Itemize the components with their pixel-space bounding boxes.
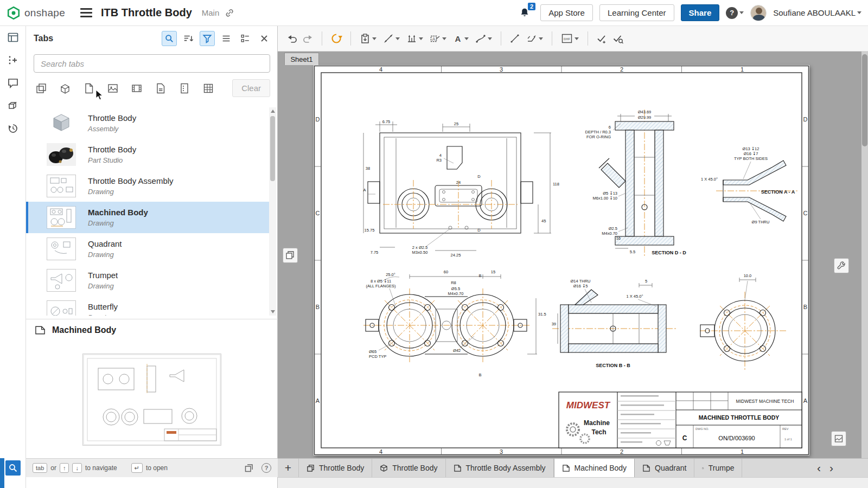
filter-drawing-button[interactable] <box>81 81 97 96</box>
scrollbar-thumb[interactable] <box>270 116 275 181</box>
tabs-prev-button[interactable]: ‹ <box>817 461 821 474</box>
doc-tab-drawing[interactable]: Throttle Body Assembly <box>446 459 554 477</box>
redo-button[interactable] <box>301 30 316 47</box>
sort-button[interactable] <box>181 31 196 46</box>
partstudio-thumbnail <box>46 142 77 167</box>
comment-icon <box>7 76 20 89</box>
sheet-properties-button[interactable] <box>831 431 846 446</box>
filter-image-button[interactable] <box>105 81 120 96</box>
filter-assembly-button[interactable] <box>34 81 49 96</box>
dimension-button[interactable] <box>380 30 403 47</box>
check-dimension-button[interactable] <box>594 30 609 47</box>
section-mark: D <box>477 228 481 233</box>
doc-tab-drawing-selected[interactable]: Machined Body <box>554 459 635 477</box>
filter-spreadsheet-button[interactable] <box>201 81 216 96</box>
drawing-toolbar: A A DXF <box>278 26 868 52</box>
tab-list-item[interactable]: Throttle Body Assembly Drawing <box>26 170 271 202</box>
section-mark: B <box>478 273 481 278</box>
tab-list-item-selected[interactable]: Machined Body Drawing <box>26 202 271 233</box>
tab-list-item[interactable]: Butterfly Drawing <box>26 296 271 316</box>
panel-help-icon[interactable]: ? <box>261 463 271 473</box>
list-view-button[interactable] <box>219 31 234 46</box>
tab-list-item[interactable]: Trumpet Drawing <box>26 265 271 296</box>
learning-center-button[interactable]: Learning Center <box>599 4 674 21</box>
zoom-tool-button[interactable] <box>5 460 21 476</box>
doc-tab-drawing[interactable]: Trumpe <box>694 459 742 477</box>
measure-button[interactable] <box>610 30 626 47</box>
panel-divider <box>26 319 278 319</box>
history-button[interactable] <box>0 117 26 140</box>
doc-tab-drawing[interactable]: Quadrant <box>635 459 694 477</box>
filter-partstudio-button[interactable] <box>58 81 73 96</box>
search-input[interactable] <box>34 54 270 73</box>
assembly-thumbnail <box>46 111 77 136</box>
tab-name: Throttle Body <box>88 113 136 123</box>
scrollbar-thumb[interactable] <box>862 54 867 146</box>
tabs-next-button[interactable]: › <box>829 461 833 474</box>
section-label: SECTION D - D <box>652 250 686 255</box>
clear-filters-button[interactable]: Clear <box>232 79 270 97</box>
zone-label: 1 <box>741 448 744 455</box>
note-button[interactable]: A <box>427 30 449 47</box>
drawing-canvas[interactable]: Sheet1 <box>278 52 868 458</box>
dim-text: 60 <box>444 269 448 274</box>
line-button[interactable] <box>507 30 522 47</box>
add-tab-button[interactable]: + <box>278 459 298 477</box>
sheet-tab[interactable]: Sheet1 <box>284 53 319 65</box>
dim-text: TYP BOTH SIDES <box>734 156 768 161</box>
detail-view-icon <box>240 33 251 44</box>
drawing-tab-icon <box>562 464 570 472</box>
text-button[interactable]: A <box>450 30 471 47</box>
dim-text: M6x1.00 ↧10 <box>593 196 617 201</box>
tab-list-item[interactable]: Quadrant Drawing <box>26 233 271 265</box>
notifications-button[interactable]: 2 <box>519 7 531 19</box>
share-button[interactable]: Share <box>681 4 720 21</box>
parts-help-button[interactable] <box>0 94 26 117</box>
history-icon <box>7 122 20 135</box>
drawing-thumbnail <box>46 205 77 230</box>
dxf-export-button[interactable]: DXF <box>558 30 582 47</box>
filter-pdf-button[interactable] <box>153 81 168 96</box>
close-panel-button[interactable] <box>257 31 272 46</box>
canvas-scrollbar[interactable] <box>861 52 868 458</box>
insert-tab-button[interactable] <box>0 49 26 72</box>
undo-button[interactable] <box>284 30 299 47</box>
zone-label: B <box>316 304 320 310</box>
filter-button[interactable] <box>200 31 215 46</box>
insert-view-button[interactable] <box>357 30 379 47</box>
dim-text: 24 <box>456 180 461 185</box>
app-store-button[interactable]: App Store <box>540 4 593 21</box>
tab-list-item[interactable]: Throttle Body Assembly <box>26 107 271 139</box>
onshape-logo[interactable]: onshape <box>7 6 72 20</box>
doc-tab-partstudio[interactable]: Throttle Body <box>372 459 445 477</box>
leader-button[interactable] <box>473 30 495 47</box>
pop-out-icon[interactable] <box>244 463 254 473</box>
help-menu[interactable]: ? <box>726 7 744 19</box>
drawing-sheet[interactable]: 4 3 2 1 4 3 2 1 D C B A D C B A <box>314 65 809 455</box>
tools-button[interactable] <box>834 258 849 273</box>
multileader-button[interactable] <box>524 30 546 47</box>
avatar[interactable] <box>750 5 767 21</box>
scroll-up-icon[interactable] <box>271 110 275 113</box>
update-views-button[interactable] <box>328 30 344 47</box>
comments-button[interactable] <box>0 72 26 94</box>
filter-archive-button[interactable] <box>177 81 192 96</box>
ordinate-dimension-button[interactable] <box>404 30 426 47</box>
feedback-strip[interactable] <box>0 458 4 488</box>
tab-list-item[interactable]: Throttle Body Part Studio <box>26 139 271 170</box>
doc-tab-assembly[interactable]: Throttle Body <box>298 459 372 477</box>
search-toggle-button[interactable] <box>162 31 177 46</box>
scroll-down-icon[interactable] <box>271 310 275 313</box>
key-down: ↓ <box>72 463 82 473</box>
list-scrollbar[interactable] <box>269 107 276 316</box>
user-menu[interactable]: Soufiane ABOULAAKL <box>773 8 861 17</box>
workspace-name[interactable]: Main <box>202 8 220 17</box>
link-icon[interactable] <box>225 8 234 18</box>
sheets-panel-button[interactable] <box>283 248 298 263</box>
filter-video-button[interactable] <box>129 81 144 96</box>
preview-thumbnail[interactable] <box>82 354 221 446</box>
zone-label: 4 <box>379 448 382 455</box>
detail-view-button[interactable] <box>238 31 253 46</box>
menu-icon[interactable] <box>80 8 92 17</box>
tab-manager-button[interactable] <box>0 26 26 49</box>
